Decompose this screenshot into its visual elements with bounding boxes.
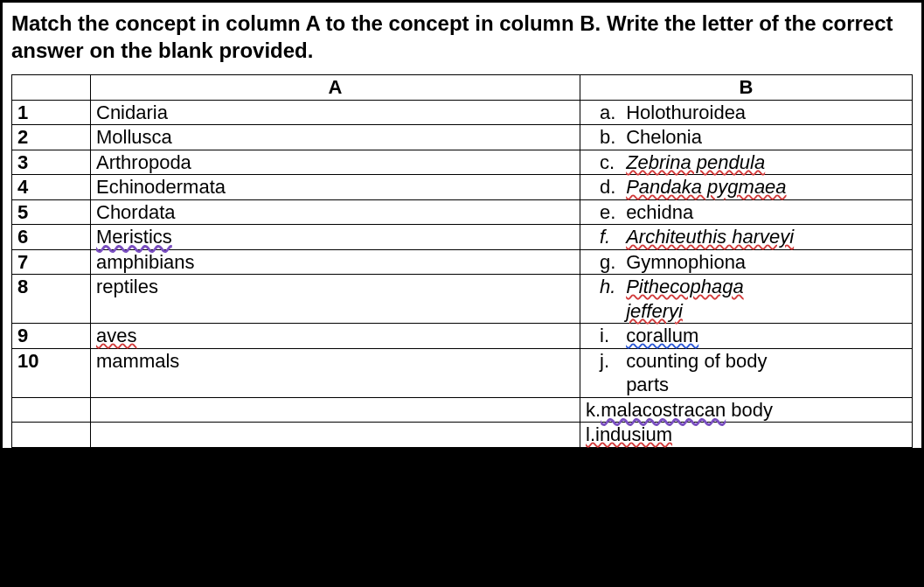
b-text: corallum [626, 325, 698, 346]
b-text: echidna [626, 201, 693, 223]
col-a-cell: Cnidaria [91, 100, 580, 125]
row-number: 9 [12, 324, 91, 349]
row-number: 5 [12, 199, 91, 225]
b-letter: j. [600, 349, 621, 374]
b-text: malacostracan [601, 399, 726, 421]
table-row: l.indusium [12, 423, 913, 448]
col-a-cell: Arthropoda [91, 150, 580, 175]
b-text-3: body [726, 399, 773, 421]
b-letter: h. [600, 275, 621, 299]
b-text: Gymnophiona [626, 251, 746, 273]
table-row: 1 Cnidaria a. Holothuroidea [12, 100, 913, 125]
col-b-cell: b. Chelonia [580, 125, 913, 150]
b-letter: f. [600, 225, 621, 249]
table-row: 8 reptiles h. Pithecophaga jefferyi [12, 275, 913, 324]
row-number: 6 [12, 225, 91, 250]
instructions-text: Match the concept in column A to the con… [11, 10, 913, 64]
table-row: 6 Meristics f. Architeuthis harveyi [12, 225, 913, 250]
table-row: 3 Arthropoda c. Zebrina pendula [12, 150, 913, 175]
b-text: indusium [595, 423, 672, 445]
col-b-cell: k.malacostracan body [580, 397, 913, 423]
col-a-cell: Chordata [91, 199, 580, 225]
row-number: 8 [12, 275, 91, 324]
b-letter: b. [600, 125, 621, 150]
b-text: Holothuroidea [626, 101, 746, 123]
col-a-cell: Echinodermata [91, 175, 580, 200]
b-letter: e. [600, 200, 621, 225]
row-number: 4 [12, 175, 91, 200]
col-b-cell: g. Gymnophiona [580, 249, 913, 275]
b-text: Architeuthis harveyi [626, 226, 794, 248]
col-b-cell: j. counting of body parts [580, 348, 913, 397]
b-letter: d. [600, 175, 621, 199]
col-a-cell [91, 423, 580, 448]
col-b-cell: a. Holothuroidea [580, 100, 913, 125]
b-text: Pithecophaga [626, 276, 744, 297]
b-letter: c. [600, 150, 621, 175]
col-b-cell: h. Pithecophaga jefferyi [580, 275, 913, 324]
row-number: 10 [12, 348, 91, 397]
row-number: 3 [12, 150, 91, 175]
row-number [12, 397, 91, 423]
col-a-cell: aves [91, 324, 580, 349]
table-row: 5 Chordata e. echidna [12, 199, 913, 225]
col-a-cell: amphibians [91, 249, 580, 275]
col-b-cell: c. Zebrina pendula [580, 150, 913, 175]
table-row: 7 amphibians g. Gymnophiona [12, 249, 913, 275]
b-text: Chelonia [626, 126, 702, 148]
table-row: 4 Echinodermata d. Pandaka pygmaea [12, 175, 913, 200]
table-row: 9 aves i. corallum [12, 324, 913, 349]
b-text: Zebrina pendula [626, 151, 765, 173]
col-a-cell: Meristics [91, 225, 580, 250]
col-b-cell: d. Pandaka pygmaea [580, 175, 913, 200]
table-row: 10 mammals j. counting of body parts [12, 348, 913, 397]
b-letter: k. [586, 399, 601, 421]
col-a-cell: Mollusca [91, 125, 580, 150]
row-number [12, 423, 91, 448]
b-letter: a. [600, 101, 621, 125]
col-b-cell: i. corallum [580, 324, 913, 349]
worksheet-page: Match the concept in column A to the con… [0, 0, 924, 448]
col-a-cell: mammals [91, 348, 580, 397]
b-letter: i. [600, 324, 621, 348]
col-a-text: Meristics [96, 226, 172, 248]
b-letter: g. [600, 250, 621, 275]
col-a-cell [91, 397, 580, 423]
matching-table: A B 1 Cnidaria a. Holothuroidea 2 Mollus… [11, 74, 913, 448]
row-number: 7 [12, 249, 91, 275]
header-row: A B [12, 75, 913, 101]
b-letter: l. [586, 423, 595, 445]
b-text-2: jefferyi [626, 300, 683, 322]
header-b: B [580, 75, 913, 101]
header-a: A [91, 75, 580, 101]
b-text-2: parts [626, 374, 669, 395]
b-text: Pandaka pygmaea [626, 176, 786, 198]
header-blank [12, 75, 91, 101]
row-number: 2 [12, 125, 91, 150]
row-number: 1 [12, 100, 91, 125]
b-text: counting of body [626, 350, 767, 372]
col-b-cell: e. echidna [580, 199, 913, 225]
table-row: k.malacostracan body [12, 397, 913, 423]
table-row: 2 Mollusca b. Chelonia [12, 125, 913, 150]
col-b-cell: f. Architeuthis harveyi [580, 225, 913, 250]
col-a-cell: reptiles [91, 275, 580, 324]
col-a-text: aves [96, 325, 136, 346]
col-b-cell: l.indusium [580, 423, 913, 448]
